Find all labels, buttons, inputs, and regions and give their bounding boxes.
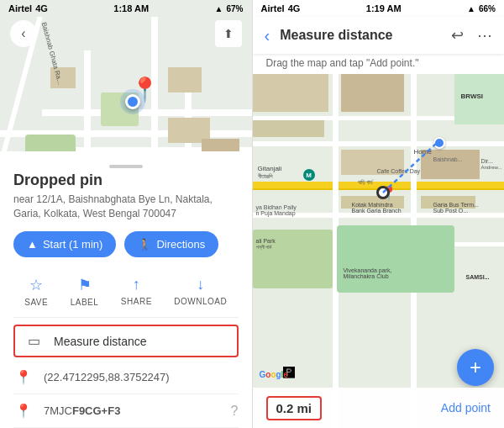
info-panel: Dropped pin near 12/1A, Baishnabghata By… [0, 151, 252, 428]
share-icon: ⬆ [223, 27, 234, 40]
bottom-bar-right: 0.2 mi Add point [253, 388, 505, 428]
status-bar-right: Airtel 4G 1:19 AM ▲ 66% [253, 0, 505, 17]
carrier-left: Airtel [8, 3, 32, 13]
add-point-button[interactable]: Add point [441, 401, 491, 415]
park-right [337, 225, 454, 293]
map-label-gitanjali: Gitanjaliগীতাঞ্জলি [258, 165, 282, 180]
share-action[interactable]: ↑ SHARE [121, 276, 152, 307]
more-button[interactable]: ⋯ [474, 23, 496, 48]
building-r-7 [341, 74, 404, 112]
map-label-park: ali Parkপল্লী পার্ক [256, 238, 276, 251]
map-label-garia-bus: Garia Bus Term...Sub Post O... [433, 202, 479, 214]
status-left-info: Airtel 4G [8, 3, 48, 13]
top-bar: ‹ Measure distance ↩ ⋯ [253, 17, 505, 54]
measure-distance-item[interactable]: ▭ Measure distance [13, 325, 239, 357]
carrier-right: Airtel [261, 3, 285, 13]
label-label: LABEL [71, 298, 99, 307]
distance-value: 0.2 mi [276, 401, 312, 415]
map-area-right[interactable]: BRWSI Gitanjaliগীতাঞ্জলি Home Baishnab..… [253, 74, 505, 428]
google-logo: Google [260, 370, 288, 379]
undo-button[interactable]: ↩ [448, 23, 467, 48]
save-icon: ☆ [29, 276, 43, 294]
subtitle-text: Drag the map and tap "Add point." [266, 57, 419, 69]
directions-button[interactable]: 🚶 Directions [124, 231, 218, 257]
secondary-actions: ☆ SAVE ⚑ LABEL ↑ SHARE ↓ DOWNLOAD [13, 269, 239, 318]
save-action[interactable]: ☆ SAVE [24, 276, 48, 307]
help-icon[interactable]: ? [231, 404, 239, 419]
left-panel: Airtel 4G 1:18 AM ▲ 67% Baishnab Ghata R… [0, 0, 252, 428]
map-label-cafe: Cafe Coffee Day [377, 168, 421, 174]
building-r-6 [253, 120, 324, 137]
action-buttons: ▲ Start (1 min) 🚶 Directions [13, 231, 239, 257]
walk-icon: 🚶 [138, 238, 151, 251]
download-action[interactable]: ↓ DOWNLOAD [174, 276, 227, 307]
road-h1 [42, 109, 252, 116]
status-bar-left: Airtel 4G 1:18 AM ▲ 67% [0, 0, 252, 17]
coordinates-text: (22.4712295,88.3752247) [44, 371, 170, 383]
building-2 [168, 67, 202, 92]
map-label-pally: ya Bidhan Pallyn Puja Mandap [256, 204, 297, 216]
measure-distance-text: Measure distance [54, 335, 147, 348]
building-4 [202, 139, 239, 151]
dropped-pin-title: Dropped pin [13, 172, 239, 189]
measurement-point-marker [376, 186, 390, 199]
map-label-vivekananda: Vivekananda park,Milanchakra Club [344, 267, 392, 279]
label-icon: ⚑ [78, 276, 92, 294]
endpoint-marker [433, 137, 445, 149]
back-button-right[interactable]: ‹ [261, 23, 274, 49]
navigation-icon: ▲ [27, 238, 38, 251]
signal-icon: ▲ [215, 4, 223, 13]
right-panel: Airtel 4G 1:19 AM ▲ 66% ‹ Measure distan… [253, 0, 505, 428]
road-h-right-1 [253, 141, 505, 146]
download-label: DOWNLOAD [174, 297, 227, 306]
share-label: SHARE [121, 297, 152, 306]
road-v1 [84, 50, 91, 151]
map-label-home: Home [414, 148, 432, 156]
plus-icon: + [470, 356, 481, 379]
map-back-button[interactable]: ‹ [10, 20, 37, 47]
battery-left: 67% [226, 4, 243, 13]
metro-marker: M [303, 169, 315, 181]
time-right: 1:19 AM [366, 3, 402, 13]
sheet-handle [109, 165, 143, 168]
status-right-right: ▲ 66% [467, 4, 496, 13]
map-label-baishnab: Baishnab... [433, 156, 463, 162]
signal-right-icon: ▲ [467, 4, 475, 13]
map-label-dir: Dir...Andrew... [481, 158, 502, 170]
start-button-label: Start (1 min) [43, 238, 103, 251]
plus-code-item[interactable]: 📍 7MJCF9CG+F3 ? [13, 394, 239, 428]
map-label-samsi: SAMSI... [466, 274, 490, 280]
ruler-icon: ▭ [24, 333, 44, 349]
dropped-pin-address: near 12/1A, Baishnabghata Bye Ln, Naktal… [13, 193, 239, 221]
map-label-brwsi: BRWSI [461, 92, 484, 100]
subtitle-bar: Drag the map and tap "Add point." [253, 54, 505, 74]
distance-badge: 0.2 mi [266, 396, 323, 420]
battery-right: 66% [479, 4, 496, 13]
fab-plus-button[interactable]: + [457, 349, 494, 386]
coordinates-item[interactable]: 📍 (22.4712295,88.3752247) [13, 361, 239, 394]
status-right-icons: ▲ 67% [215, 4, 244, 13]
carrier-right-group: Airtel 4G [261, 3, 301, 13]
time-left: 1:18 AM [113, 3, 149, 13]
map-pin-blue [125, 94, 140, 109]
park-area [25, 135, 76, 151]
measure-distance-title: Measure distance [280, 28, 441, 43]
map-label-kotak: Kotak MahindraBank Garia Branch [352, 202, 402, 214]
building-r-5 [253, 74, 328, 112]
network-left: 4G [35, 3, 48, 13]
directions-button-label: Directions [156, 238, 205, 251]
plus-code-icon: 📍 [13, 403, 34, 419]
location-pin-icon: 📍 [13, 369, 34, 385]
map-area-left: Baishnab Ghata Ra... ‹ ⬆ 📍 [0, 0, 252, 151]
back-chevron-icon: ‹ [21, 26, 25, 41]
share-map-button[interactable]: ⬆ [215, 20, 242, 47]
start-button[interactable]: ▲ Start (1 min) [13, 231, 116, 257]
share-action-icon: ↑ [133, 276, 140, 293]
map-label-bengali: বাড়ি গার্ড [358, 179, 374, 186]
label-action[interactable]: ⚑ LABEL [71, 276, 99, 307]
download-icon: ↓ [197, 276, 204, 293]
plus-code-text: 7MJCF9CG+F3 [44, 404, 120, 417]
save-label: SAVE [24, 298, 48, 307]
network-right: 4G [288, 3, 301, 13]
